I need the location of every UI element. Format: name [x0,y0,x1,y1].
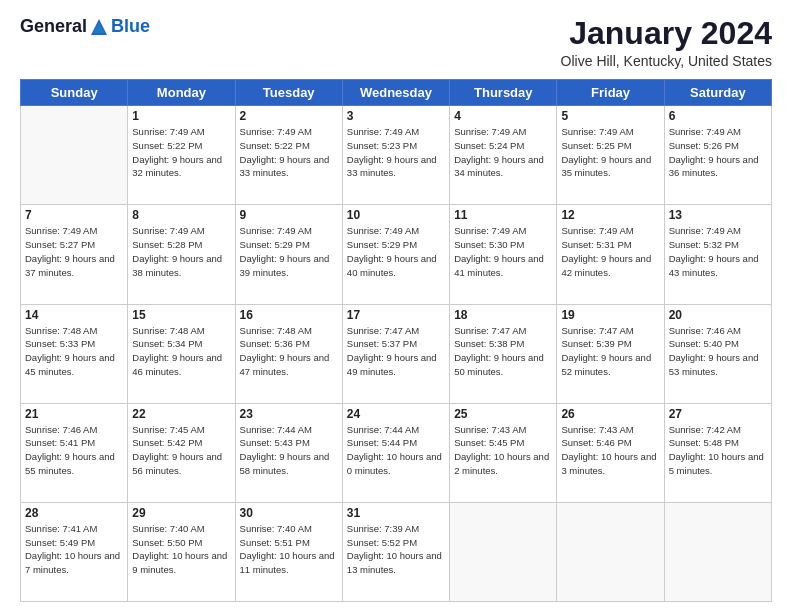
title-section: January 2024 Olive Hill, Kentucky, Unite… [561,16,772,69]
calendar-cell: 12Sunrise: 7:49 AMSunset: 5:31 PMDayligh… [557,205,664,304]
calendar-cell: 17Sunrise: 7:47 AMSunset: 5:37 PMDayligh… [342,304,449,403]
day-number: 23 [240,407,338,421]
calendar-cell: 1Sunrise: 7:49 AMSunset: 5:22 PMDaylight… [128,106,235,205]
day-detail: Sunrise: 7:46 AMSunset: 5:40 PMDaylight:… [669,324,767,379]
day-detail: Sunrise: 7:49 AMSunset: 5:22 PMDaylight:… [132,125,230,180]
day-detail: Sunrise: 7:49 AMSunset: 5:26 PMDaylight:… [669,125,767,180]
day-detail: Sunrise: 7:48 AMSunset: 5:36 PMDaylight:… [240,324,338,379]
day-detail: Sunrise: 7:49 AMSunset: 5:29 PMDaylight:… [240,224,338,279]
day-detail: Sunrise: 7:49 AMSunset: 5:23 PMDaylight:… [347,125,445,180]
weekday-header-wednesday: Wednesday [342,80,449,106]
calendar-cell: 30Sunrise: 7:40 AMSunset: 5:51 PMDayligh… [235,502,342,601]
day-detail: Sunrise: 7:40 AMSunset: 5:51 PMDaylight:… [240,522,338,577]
calendar-cell: 21Sunrise: 7:46 AMSunset: 5:41 PMDayligh… [21,403,128,502]
day-number: 21 [25,407,123,421]
week-row-4: 28Sunrise: 7:41 AMSunset: 5:49 PMDayligh… [21,502,772,601]
calendar-cell: 9Sunrise: 7:49 AMSunset: 5:29 PMDaylight… [235,205,342,304]
day-detail: Sunrise: 7:44 AMSunset: 5:44 PMDaylight:… [347,423,445,478]
logo-icon [89,17,109,37]
day-number: 5 [561,109,659,123]
weekday-header-thursday: Thursday [450,80,557,106]
calendar-cell: 8Sunrise: 7:49 AMSunset: 5:28 PMDaylight… [128,205,235,304]
day-detail: Sunrise: 7:42 AMSunset: 5:48 PMDaylight:… [669,423,767,478]
day-detail: Sunrise: 7:44 AMSunset: 5:43 PMDaylight:… [240,423,338,478]
calendar-cell: 4Sunrise: 7:49 AMSunset: 5:24 PMDaylight… [450,106,557,205]
day-detail: Sunrise: 7:49 AMSunset: 5:31 PMDaylight:… [561,224,659,279]
calendar-cell: 18Sunrise: 7:47 AMSunset: 5:38 PMDayligh… [450,304,557,403]
day-number: 29 [132,506,230,520]
day-number: 1 [132,109,230,123]
calendar-cell: 11Sunrise: 7:49 AMSunset: 5:30 PMDayligh… [450,205,557,304]
day-number: 28 [25,506,123,520]
calendar-cell: 24Sunrise: 7:44 AMSunset: 5:44 PMDayligh… [342,403,449,502]
day-detail: Sunrise: 7:40 AMSunset: 5:50 PMDaylight:… [132,522,230,577]
calendar-cell: 26Sunrise: 7:43 AMSunset: 5:46 PMDayligh… [557,403,664,502]
day-detail: Sunrise: 7:47 AMSunset: 5:39 PMDaylight:… [561,324,659,379]
day-detail: Sunrise: 7:39 AMSunset: 5:52 PMDaylight:… [347,522,445,577]
day-detail: Sunrise: 7:46 AMSunset: 5:41 PMDaylight:… [25,423,123,478]
logo: General Blue [20,16,150,37]
day-detail: Sunrise: 7:49 AMSunset: 5:30 PMDaylight:… [454,224,552,279]
header: General Blue January 2024 Olive Hill, Ke… [20,16,772,69]
logo-general-text: General [20,16,87,37]
day-number: 4 [454,109,552,123]
day-number: 31 [347,506,445,520]
day-number: 10 [347,208,445,222]
calendar-cell: 28Sunrise: 7:41 AMSunset: 5:49 PMDayligh… [21,502,128,601]
day-detail: Sunrise: 7:49 AMSunset: 5:22 PMDaylight:… [240,125,338,180]
calendar-cell: 20Sunrise: 7:46 AMSunset: 5:40 PMDayligh… [664,304,771,403]
day-number: 8 [132,208,230,222]
calendar-cell: 2Sunrise: 7:49 AMSunset: 5:22 PMDaylight… [235,106,342,205]
day-detail: Sunrise: 7:49 AMSunset: 5:24 PMDaylight:… [454,125,552,180]
day-number: 30 [240,506,338,520]
day-number: 27 [669,407,767,421]
calendar-cell [21,106,128,205]
day-detail: Sunrise: 7:49 AMSunset: 5:28 PMDaylight:… [132,224,230,279]
day-number: 11 [454,208,552,222]
day-detail: Sunrise: 7:45 AMSunset: 5:42 PMDaylight:… [132,423,230,478]
day-number: 12 [561,208,659,222]
weekday-header-monday: Monday [128,80,235,106]
calendar-cell: 27Sunrise: 7:42 AMSunset: 5:48 PMDayligh… [664,403,771,502]
weekday-header-friday: Friday [557,80,664,106]
day-detail: Sunrise: 7:41 AMSunset: 5:49 PMDaylight:… [25,522,123,577]
calendar-cell: 29Sunrise: 7:40 AMSunset: 5:50 PMDayligh… [128,502,235,601]
day-detail: Sunrise: 7:47 AMSunset: 5:38 PMDaylight:… [454,324,552,379]
weekday-header-sunday: Sunday [21,80,128,106]
day-detail: Sunrise: 7:48 AMSunset: 5:33 PMDaylight:… [25,324,123,379]
logo-blue-text: Blue [111,16,150,37]
day-number: 6 [669,109,767,123]
day-number: 14 [25,308,123,322]
calendar-cell: 22Sunrise: 7:45 AMSunset: 5:42 PMDayligh… [128,403,235,502]
calendar-cell: 16Sunrise: 7:48 AMSunset: 5:36 PMDayligh… [235,304,342,403]
day-number: 7 [25,208,123,222]
day-number: 2 [240,109,338,123]
calendar-cell: 5Sunrise: 7:49 AMSunset: 5:25 PMDaylight… [557,106,664,205]
week-row-3: 21Sunrise: 7:46 AMSunset: 5:41 PMDayligh… [21,403,772,502]
calendar-cell: 10Sunrise: 7:49 AMSunset: 5:29 PMDayligh… [342,205,449,304]
calendar-cell [664,502,771,601]
day-detail: Sunrise: 7:48 AMSunset: 5:34 PMDaylight:… [132,324,230,379]
day-number: 19 [561,308,659,322]
calendar-header: SundayMondayTuesdayWednesdayThursdayFrid… [21,80,772,106]
day-number: 24 [347,407,445,421]
day-number: 13 [669,208,767,222]
day-number: 18 [454,308,552,322]
calendar-cell: 6Sunrise: 7:49 AMSunset: 5:26 PMDaylight… [664,106,771,205]
day-number: 17 [347,308,445,322]
weekday-row: SundayMondayTuesdayWednesdayThursdayFrid… [21,80,772,106]
day-number: 15 [132,308,230,322]
day-number: 22 [132,407,230,421]
day-detail: Sunrise: 7:43 AMSunset: 5:45 PMDaylight:… [454,423,552,478]
day-detail: Sunrise: 7:49 AMSunset: 5:25 PMDaylight:… [561,125,659,180]
weekday-header-saturday: Saturday [664,80,771,106]
location: Olive Hill, Kentucky, United States [561,53,772,69]
day-detail: Sunrise: 7:49 AMSunset: 5:32 PMDaylight:… [669,224,767,279]
day-number: 16 [240,308,338,322]
day-detail: Sunrise: 7:49 AMSunset: 5:29 PMDaylight:… [347,224,445,279]
calendar-cell [557,502,664,601]
day-number: 20 [669,308,767,322]
calendar-table: SundayMondayTuesdayWednesdayThursdayFrid… [20,79,772,602]
day-detail: Sunrise: 7:43 AMSunset: 5:46 PMDaylight:… [561,423,659,478]
calendar-body: 1Sunrise: 7:49 AMSunset: 5:22 PMDaylight… [21,106,772,602]
